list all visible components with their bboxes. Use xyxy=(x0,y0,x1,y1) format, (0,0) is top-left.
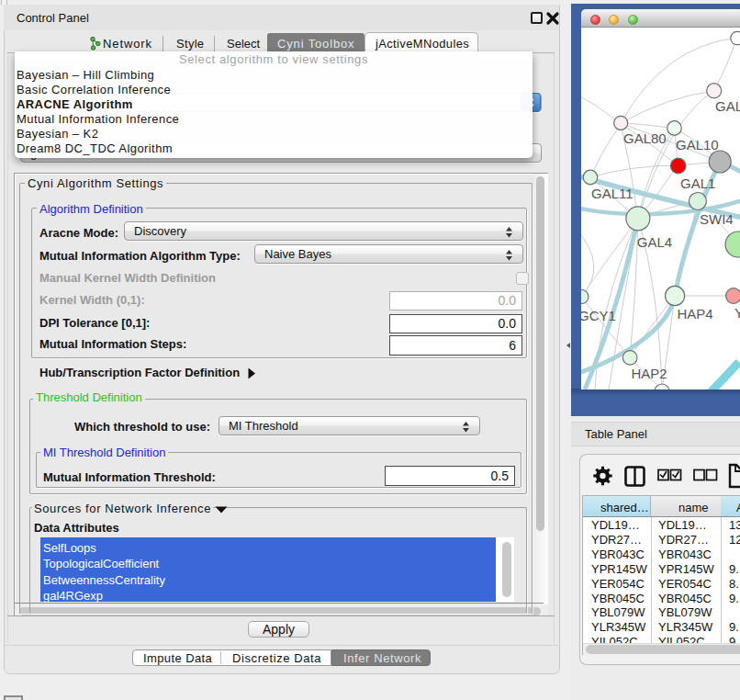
svg-text:HAP4: HAP4 xyxy=(678,306,713,322)
svg-text:GAL10: GAL10 xyxy=(676,137,719,152)
svg-text:GAL4: GAL4 xyxy=(637,234,672,250)
svg-text:GAL1: GAL1 xyxy=(680,175,715,191)
svg-text:Y: Y xyxy=(734,305,740,321)
svg-text:HAP2: HAP2 xyxy=(632,366,667,381)
svg-text:GAL11: GAL11 xyxy=(591,186,633,201)
svg-text:SWI4: SWI4 xyxy=(700,211,734,227)
svg-text:GCY1: GCY1 xyxy=(581,308,616,323)
svg-text:GAL80: GAL80 xyxy=(623,130,667,146)
svg-text:GAL: GAL xyxy=(715,98,740,114)
